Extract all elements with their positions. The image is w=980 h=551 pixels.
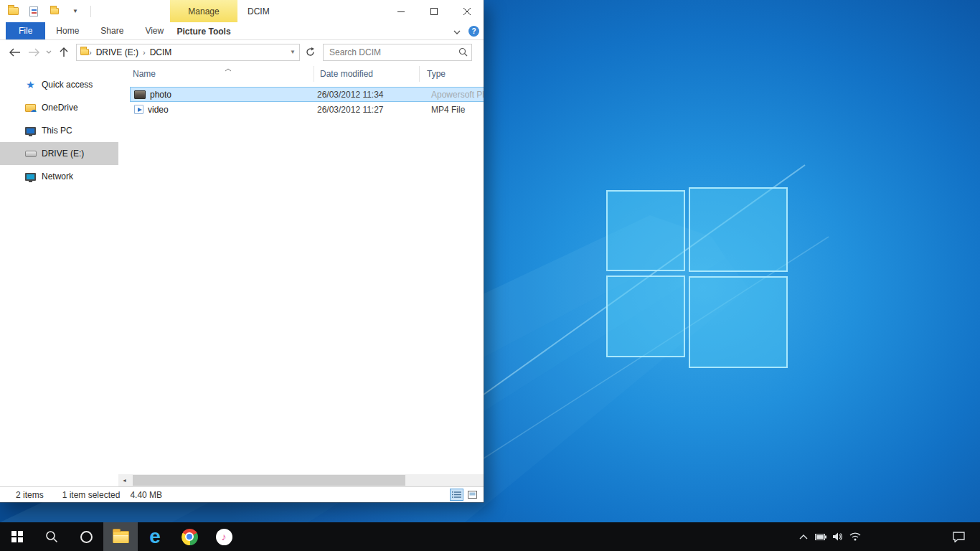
computer-icon xyxy=(24,127,37,135)
minimize-icon xyxy=(397,8,405,15)
wifi-icon[interactable] xyxy=(847,522,864,551)
tray-chevron-up-icon[interactable] xyxy=(795,522,812,551)
action-center-icon xyxy=(953,532,965,542)
taskbar-search-button[interactable] xyxy=(34,522,69,551)
file-date-modified: 26/03/2012 11:27 xyxy=(317,105,424,115)
chrome-icon xyxy=(182,529,198,545)
taskbar-file-explorer-button[interactable] xyxy=(103,522,138,551)
address-dropdown-chevron-icon[interactable]: ▼ xyxy=(286,44,299,60)
action-center-button[interactable] xyxy=(943,522,974,551)
desktop: ▼ Manage DCIM File Home Share V xyxy=(0,0,980,551)
edge-icon: e xyxy=(149,527,161,547)
ribbon-tab-row: File Home Share View Picture Tools ? xyxy=(0,22,484,40)
file-list-pane: Name Date modified Type photo 26/03/2012… xyxy=(118,64,484,486)
help-icon[interactable]: ? xyxy=(468,26,479,37)
status-selection: 1 item selected xyxy=(62,490,121,500)
qat-separator xyxy=(90,6,91,17)
explorer-icon[interactable] xyxy=(6,4,20,19)
close-button[interactable] xyxy=(451,0,484,22)
minimize-button[interactable] xyxy=(385,0,418,22)
file-rows: photo 26/03/2012 11:34 Apowersoft Pho vi… xyxy=(130,87,484,117)
column-header-type[interactable]: Type xyxy=(420,66,484,82)
back-arrow-icon[interactable] xyxy=(6,43,24,62)
address-row: › DRIVE (E:) › DCIM ▼ xyxy=(0,40,484,64)
file-type: Apowersoft Pho xyxy=(424,90,484,100)
sidebar-item-label: DRIVE (E:) xyxy=(42,149,84,159)
search-input[interactable] xyxy=(324,47,454,57)
taskbar-edge-button[interactable]: e xyxy=(138,522,172,551)
sidebar-item-label: OneDrive xyxy=(42,103,78,113)
search-icon[interactable] xyxy=(454,47,471,57)
drive-icon xyxy=(24,151,37,157)
properties-icon[interactable] xyxy=(27,4,41,19)
taskbar-apps: e ♪ xyxy=(0,522,241,551)
tab-share[interactable]: Share xyxy=(90,22,134,39)
forward-arrow-icon[interactable] xyxy=(24,43,43,62)
scrollbar-thumb[interactable] xyxy=(133,475,405,486)
status-size: 4.40 MB xyxy=(130,490,162,500)
horizontal-scrollbar[interactable]: ◄ ► xyxy=(118,474,484,486)
itunes-icon: ♪ xyxy=(216,529,232,545)
onedrive-icon xyxy=(24,104,37,112)
tab-view[interactable]: View xyxy=(134,22,174,39)
ribbon-collapse-chevron-icon[interactable] xyxy=(453,27,461,37)
thumbnail-view-icon[interactable] xyxy=(466,489,479,501)
speaker-icon[interactable] xyxy=(829,522,847,551)
sidebar-item-quick-access[interactable]: ★ Quick access xyxy=(0,73,118,96)
sidebar-item-label: Quick access xyxy=(42,80,93,90)
tab-picture-tools[interactable]: Picture Tools xyxy=(170,22,237,40)
cortana-button[interactable] xyxy=(69,522,103,551)
folder-icon xyxy=(8,7,19,15)
qat-customize-chevron-icon[interactable]: ▼ xyxy=(68,4,83,19)
breadcrumb-drive[interactable]: DRIVE (E:) xyxy=(92,47,143,57)
breadcrumb-folder[interactable]: DCIM xyxy=(146,47,176,57)
status-item-count: 2 items xyxy=(16,490,44,500)
sidebar-item-label: Network xyxy=(42,171,73,182)
file-explorer-icon xyxy=(113,531,129,543)
file-row-video[interactable]: video 26/03/2012 11:27 MP4 File xyxy=(130,102,484,117)
navigation-pane: ★ Quick access OneDrive This PC DRIVE (E… xyxy=(0,64,118,486)
scroll-left-arrow-icon[interactable]: ◄ xyxy=(118,474,131,486)
file-type: MP4 File xyxy=(424,105,484,115)
properties-sheet-icon xyxy=(29,6,38,17)
file-row-photo[interactable]: photo 26/03/2012 11:34 Apowersoft Pho xyxy=(130,87,484,102)
maximize-icon xyxy=(430,8,438,15)
details-view-icon[interactable] xyxy=(450,489,463,501)
sidebar-item-drive-e[interactable]: DRIVE (E:) xyxy=(0,142,118,165)
tab-file[interactable]: File xyxy=(6,22,45,39)
start-button[interactable] xyxy=(0,522,34,551)
view-toggles xyxy=(450,489,479,501)
window-controls xyxy=(385,0,484,22)
refresh-icon[interactable] xyxy=(301,44,319,61)
scroll-right-arrow-icon[interactable]: ► xyxy=(480,474,484,486)
column-header-date-modified[interactable]: Date modified xyxy=(314,66,420,82)
address-folder-icon xyxy=(80,49,89,55)
new-folder-icon[interactable] xyxy=(47,4,62,19)
sidebar-item-onedrive[interactable]: OneDrive xyxy=(0,96,118,119)
taskbar-itunes-button[interactable]: ♪ xyxy=(207,522,241,551)
column-header-name[interactable]: Name xyxy=(130,66,314,82)
network-icon xyxy=(24,173,37,181)
up-arrow-icon[interactable] xyxy=(55,43,73,62)
tab-home[interactable]: Home xyxy=(45,22,90,39)
picture-tools-group-header[interactable]: Manage xyxy=(170,0,237,22)
search-icon xyxy=(45,530,58,543)
sidebar-item-network[interactable]: Network xyxy=(0,165,118,188)
address-bar[interactable]: › DRIVE (E:) › DCIM ▼ xyxy=(76,44,300,61)
file-name: video xyxy=(148,105,169,115)
taskbar-chrome-button[interactable] xyxy=(172,522,207,551)
explorer-window: ▼ Manage DCIM File Home Share V xyxy=(0,0,484,502)
maximize-button[interactable] xyxy=(418,0,451,22)
battery-icon[interactable] xyxy=(812,522,829,551)
sidebar-item-label: This PC xyxy=(42,126,72,136)
recent-locations-chevron-icon[interactable] xyxy=(43,43,55,62)
scrollbar-track[interactable] xyxy=(131,474,480,486)
sidebar-item-this-pc[interactable]: This PC xyxy=(0,119,118,142)
cortana-icon xyxy=(80,531,93,543)
window-title: DCIM xyxy=(248,0,270,22)
explorer-main: ★ Quick access OneDrive This PC DRIVE (E… xyxy=(0,64,484,486)
quick-access-toolbar: ▼ xyxy=(6,0,91,22)
folder-icon xyxy=(50,8,59,14)
ribbon-right-controls: ? xyxy=(453,22,479,40)
system-tray xyxy=(795,522,864,551)
